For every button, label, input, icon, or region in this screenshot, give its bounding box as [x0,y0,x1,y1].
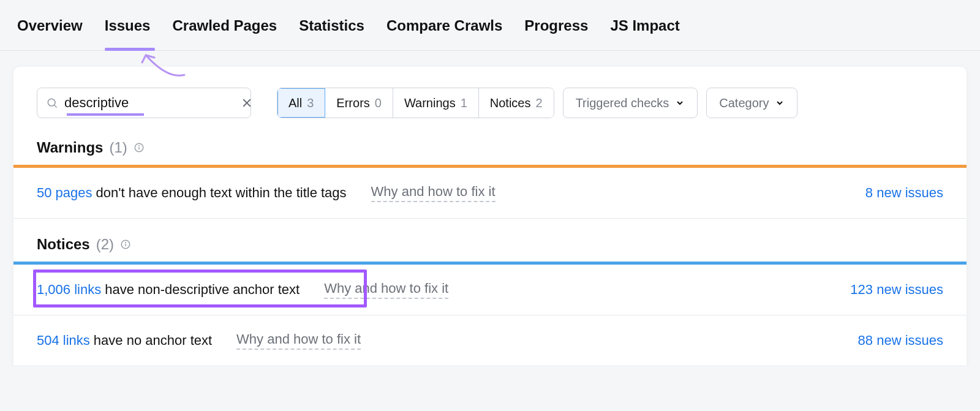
why-fix-link[interactable]: Why and how to fix it [371,184,496,202]
tab-issues[interactable]: Issues [105,17,151,42]
filter-all-count: 3 [307,96,314,110]
tab-js-impact[interactable]: JS Impact [610,17,679,42]
main-tabs: Overview Issues Crawled Pages Statistics… [0,0,980,51]
tab-progress[interactable]: Progress [524,17,588,42]
tab-statistics[interactable]: Statistics [299,17,364,42]
chevron-down-icon [775,98,785,108]
issue-row: 504 links have no anchor text Why and ho… [13,315,967,366]
chevron-down-icon [675,98,685,108]
filter-notices[interactable]: Notices 2 [479,88,554,118]
triggered-checks-dropdown[interactable]: Triggered checks [563,88,698,118]
annotation-underline [67,113,144,116]
controls-row: All 3 Errors 0 Warnings 1 Notices 2 Trig… [13,88,967,139]
info-icon[interactable] [134,142,145,153]
new-issues-link[interactable]: 8 new issues [865,185,943,201]
severity-filter-group: All 3 Errors 0 Warnings 1 Notices 2 [277,88,554,118]
filter-errors-label: Errors [336,96,369,110]
issue-description: have non-descriptive anchor text [105,282,300,298]
notices-count: (2) [96,236,114,253]
issue-row: 50 pages don't have enough text within t… [13,168,967,219]
tab-overview[interactable]: Overview [17,17,83,42]
svg-point-9 [126,243,126,243]
search-input[interactable] [64,95,233,111]
close-icon [241,97,252,108]
svg-line-1 [55,105,57,108]
notices-section-header: Notices (2) [13,219,967,262]
search-icon [46,97,58,109]
clear-search-button[interactable] [239,95,255,111]
category-label: Category [719,96,769,110]
issue-row: 1,006 links have non-descriptive anchor … [13,265,967,315]
triggered-checks-label: Triggered checks [576,96,669,110]
filter-errors[interactable]: Errors 0 [325,88,393,118]
svg-point-6 [138,146,139,146]
filter-all[interactable]: All 3 [277,88,325,118]
info-icon[interactable] [120,239,131,250]
filter-errors-count: 0 [375,96,382,110]
new-issues-link[interactable]: 123 new issues [850,282,943,298]
notices-title: Notices [37,236,90,253]
issue-count-link[interactable]: 50 pages [37,185,92,201]
warnings-count: (1) [109,139,127,156]
warnings-title: Warnings [37,139,103,156]
filter-notices-label: Notices [490,96,531,110]
filter-warnings-label: Warnings [404,96,456,110]
tab-crawled-pages[interactable]: Crawled Pages [172,17,277,42]
tab-compare-crawls[interactable]: Compare Crawls [386,17,502,42]
filter-all-label: All [288,96,302,110]
why-fix-link[interactable]: Why and how to fix it [236,331,361,350]
issue-description: don't have enough text within the title … [96,185,347,201]
issue-description: have no anchor text [94,333,212,349]
filter-warnings[interactable]: Warnings 1 [393,88,479,118]
category-dropdown[interactable]: Category [706,88,797,118]
filter-warnings-count: 1 [461,96,467,110]
svg-point-0 [48,99,55,106]
issue-count-link[interactable]: 1,006 links [37,282,101,298]
filter-notices-count: 2 [536,96,543,110]
warnings-section-header: Warnings (1) [13,139,967,165]
new-issues-link[interactable]: 88 new issues [858,333,943,349]
issue-count-link[interactable]: 504 links [37,333,90,349]
issues-panel: All 3 Errors 0 Warnings 1 Notices 2 Trig… [13,67,967,366]
search-box [37,88,251,118]
why-fix-link[interactable]: Why and how to fix it [324,281,448,299]
